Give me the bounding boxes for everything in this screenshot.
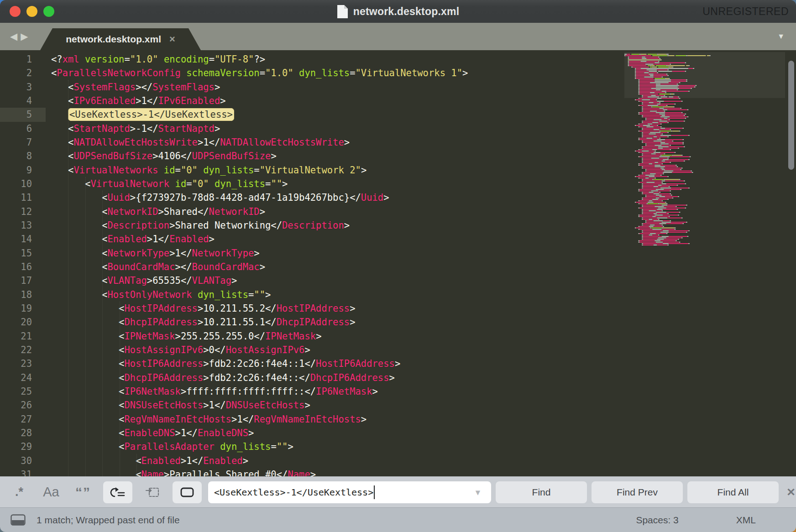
scrollbar-thumb[interactable] (788, 61, 794, 170)
whole-word-icon: “” (75, 485, 91, 500)
status-message: 1 match; Wrapped past end of file (37, 515, 180, 526)
line-number: 20 (0, 315, 46, 329)
line-number: 15 (0, 246, 46, 260)
line-number: 24 (0, 371, 46, 385)
line-number: 3 (0, 80, 46, 94)
line-number: 10 (0, 177, 46, 191)
nav-back-arrow[interactable]: ◀ (10, 31, 17, 42)
regex-toggle[interactable]: .* (7, 481, 31, 503)
line-number: 4 (0, 94, 46, 108)
minimap[interactable] (624, 50, 785, 476)
status-bar: 1 match; Wrapped past end of file Spaces… (0, 507, 796, 532)
line-number: 16 (0, 260, 46, 274)
text-caret (374, 485, 375, 499)
line-number: 5 (0, 108, 46, 121)
in-selection-icon (145, 486, 160, 498)
find-query-text: <UseKextless>-1</UseKextless> (214, 487, 373, 498)
app-window: network.desktop.xml UNREGISTERED ◀ ▶ net… (0, 0, 796, 532)
line-number: 6 (0, 122, 46, 136)
wrap-toggle[interactable] (103, 481, 132, 503)
tab-label: network.desktop.xml (66, 34, 161, 45)
close-find-panel-icon[interactable]: ✕ (784, 486, 796, 499)
case-sensitive-icon: Aa (43, 485, 59, 500)
line-number: 31 (0, 468, 46, 476)
find-button[interactable]: Find (496, 481, 587, 503)
line-number: 18 (0, 288, 46, 302)
line-number: 1 (0, 52, 46, 66)
find-panel: .* Aa “” <UseKextless>-1</ (0, 476, 796, 507)
editor-view[interactable]: 1<?xml version="1.0" encoding="UTF-8"?>2… (0, 50, 796, 476)
regex-icon: .* (15, 485, 23, 499)
line-number: 17 (0, 274, 46, 287)
tab-overflow-menu-icon[interactable]: ▼ (777, 23, 785, 50)
wrap-icon (110, 486, 126, 499)
panel-toggle-icon[interactable] (10, 514, 26, 526)
line-number: 13 (0, 219, 46, 232)
minimize-window-button[interactable] (26, 6, 37, 17)
line-number: 8 (0, 149, 46, 163)
indent-guide (120, 302, 120, 476)
window-title: network.desktop.xml (353, 5, 460, 18)
syntax-setting[interactable]: XML (736, 515, 756, 526)
indent-guide (102, 191, 103, 476)
indent-guide (136, 454, 137, 476)
line-number: 23 (0, 357, 46, 370)
line-number: 7 (0, 136, 46, 149)
nav-forward-arrow[interactable]: ▶ (21, 31, 28, 42)
find-input[interactable]: <UseKextless>-1</UseKextless> ▼ (208, 481, 491, 503)
highlight-matches-icon (180, 487, 194, 498)
zoom-window-button[interactable] (43, 6, 54, 17)
line-number: 2 (0, 66, 46, 80)
line-number: 29 (0, 440, 46, 454)
tab-close-icon[interactable]: × (169, 34, 175, 44)
line-number: 27 (0, 412, 46, 426)
line-number: 11 (0, 191, 46, 204)
indent-guide (68, 80, 68, 476)
line-number: 30 (0, 454, 46, 468)
tab-bar: ◀ ▶ network.desktop.xml × ▼ (0, 23, 796, 50)
line-number: 26 (0, 398, 46, 412)
find-match-highlight: <UseKextless>-1</UseKextless> (68, 108, 234, 121)
line-number: 14 (0, 232, 46, 246)
line-number: 22 (0, 343, 46, 357)
line-number: 25 (0, 385, 46, 398)
indent-guide (85, 177, 86, 476)
case-sensitive-toggle[interactable]: Aa (39, 481, 63, 503)
history-dropdown-icon[interactable]: ▼ (476, 488, 480, 497)
unregistered-badge: UNREGISTERED (702, 0, 789, 23)
tab-network-desktop-xml[interactable]: network.desktop.xml × (40, 28, 201, 50)
whole-word-toggle[interactable]: “” (71, 481, 95, 503)
close-window-button[interactable] (10, 6, 21, 17)
highlight-matches-toggle[interactable] (173, 481, 202, 503)
line-number: 21 (0, 329, 46, 343)
in-selection-toggle[interactable] (141, 481, 164, 503)
document-icon (337, 5, 348, 19)
line-number: 9 (0, 163, 46, 177)
line-number: 28 (0, 426, 46, 440)
indentation-setting[interactable]: Spaces: 3 (636, 515, 678, 526)
find-all-button[interactable]: Find All (687, 481, 779, 503)
line-number: 19 (0, 302, 46, 315)
line-number: 12 (0, 205, 46, 219)
title-bar[interactable]: network.desktop.xml UNREGISTERED (0, 0, 796, 23)
traffic-lights (10, 6, 54, 17)
find-prev-button[interactable]: Find Prev (592, 481, 683, 503)
